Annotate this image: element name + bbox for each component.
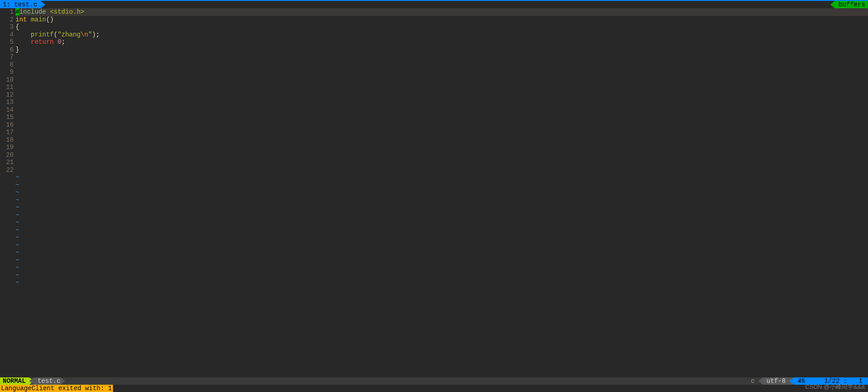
code-line[interactable]: printf("zhang\n"); (15, 31, 868, 39)
code-line[interactable]: } (15, 46, 868, 54)
code-line[interactable] (15, 61, 868, 69)
line-number: 18 (0, 136, 14, 144)
line-number: 19 (0, 144, 14, 151)
percent-text: 4% (797, 377, 805, 385)
code-line[interactable]: int main() (15, 16, 868, 24)
encoding-segment: utf-8 (758, 377, 794, 385)
empty-line-tilde: ~ (15, 249, 868, 257)
code-line[interactable] (15, 151, 868, 159)
line-number-gutter: 12345678910111213141516171819202122 (0, 8, 15, 377)
code-line[interactable] (15, 76, 868, 84)
line-number: 1 (0, 8, 14, 16)
line-number: 20 (0, 151, 14, 159)
tab-active[interactable]: 1: test.c (0, 1, 46, 8)
line-number: 12 (0, 91, 14, 99)
code-area[interactable]: #include <stdio.h>int main(){ printf("zh… (15, 8, 868, 377)
code-line[interactable] (15, 113, 868, 121)
empty-line-tilde: ~ (15, 219, 868, 227)
empty-line-tilde: ~ (15, 279, 868, 287)
line-number: 6 (0, 46, 14, 54)
warning-message: LanguageClient exited with: 1 (0, 385, 113, 392)
code-line[interactable] (15, 159, 868, 166)
line-number: 8 (0, 61, 14, 69)
code-line[interactable] (15, 136, 868, 144)
line-number: 3 (0, 23, 14, 31)
command-line[interactable]: LanguageClient exited with: 1 (0, 385, 868, 392)
code-line[interactable]: #include <stdio.h> (15, 8, 868, 16)
empty-line-tilde: ~ (15, 257, 868, 264)
empty-line-tilde: ~ (15, 174, 868, 181)
statusline: NORMAL test.c c utf-8 4% 1/22 : 1 (0, 377, 868, 385)
tab-list: 1: test.c (0, 1, 46, 8)
tab-label: 1: test.c (3, 1, 37, 8)
line-number: 11 (0, 83, 14, 91)
code-line[interactable]: return 0; (15, 38, 868, 46)
line-number: 21 (0, 159, 14, 166)
code-line[interactable] (15, 53, 868, 61)
code-line[interactable] (15, 106, 868, 114)
empty-line-tilde: ~ (15, 242, 868, 249)
code-line[interactable] (15, 91, 868, 99)
buffer-tabbar: 1: test.c buffers (0, 1, 868, 8)
file-name: test.c (37, 377, 60, 385)
encoding-text: utf-8 (766, 377, 786, 385)
line-number: 16 (0, 121, 14, 129)
line-number: 15 (0, 113, 14, 121)
empty-line-tilde: ~ (15, 264, 868, 272)
empty-line-tilde: ~ (15, 189, 868, 196)
mode-text: NORMAL (3, 377, 26, 385)
statusline-file-segment: test.c (29, 377, 65, 385)
code-line[interactable] (15, 68, 868, 76)
empty-line-tilde: ~ (15, 181, 868, 189)
line-number: 22 (0, 166, 14, 174)
line-number: 13 (0, 98, 14, 106)
line-number: 14 (0, 106, 14, 114)
code-line[interactable] (15, 121, 868, 129)
code-line[interactable] (15, 83, 868, 91)
empty-line-tilde: ~ (15, 234, 868, 242)
code-line[interactable] (15, 166, 868, 174)
editor[interactable]: 12345678910111213141516171819202122 #inc… (0, 8, 868, 377)
statusline-spacer (65, 377, 743, 385)
watermark: CSDN @小峰同学&&& (805, 383, 865, 391)
line-number: 17 (0, 129, 14, 136)
code-line[interactable] (15, 144, 868, 151)
buffers-indicator[interactable]: buffers (830, 1, 868, 8)
line-number: 4 (0, 31, 14, 39)
empty-line-tilde: ~ (15, 211, 868, 219)
filetype-text: c (751, 377, 755, 385)
line-number: 2 (0, 16, 14, 24)
line-number: 10 (0, 76, 14, 84)
line-number: 7 (0, 53, 14, 61)
empty-line-tilde: ~ (15, 204, 868, 211)
tabbar-right: buffers (830, 1, 868, 8)
code-line[interactable]: { (15, 23, 868, 31)
code-line[interactable] (15, 98, 868, 106)
empty-line-tilde: ~ (15, 272, 868, 279)
empty-line-tilde: ~ (15, 196, 868, 204)
buffers-label: buffers (838, 1, 865, 8)
code-line[interactable] (15, 129, 868, 136)
empty-line-tilde: ~ (15, 227, 868, 234)
mode-indicator: NORMAL (0, 377, 34, 385)
line-number: 5 (0, 38, 14, 46)
line-number: 9 (0, 68, 14, 76)
